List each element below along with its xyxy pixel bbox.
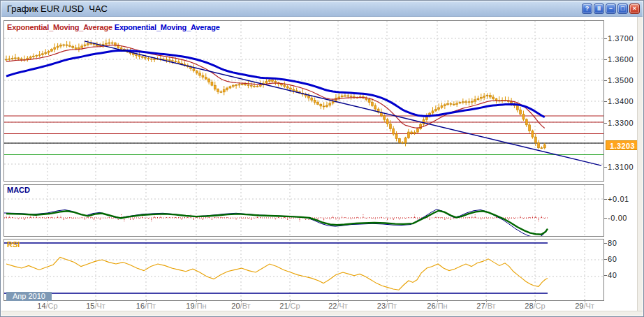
date-label: 16/Пт (124, 302, 168, 310)
date-label: 21/Ср (268, 302, 312, 310)
title-bar[interactable]: График EUR /USD ЧАС ?II−□× (1, 1, 643, 17)
rsi-canvas (4, 239, 603, 300)
current-price-badge: 1.3203 (606, 140, 639, 150)
macd-pane-label: MACD (7, 186, 30, 194)
rsi-tick-label: 40 (608, 271, 617, 279)
window-controls: ?II−□× (582, 3, 640, 14)
close-button[interactable]: × (629, 3, 640, 14)
price-tick-label: 1.3700 (608, 34, 634, 43)
legend-ema-red: Exponential_Moving_Average (7, 23, 112, 31)
bottom-edge-strip (1, 311, 643, 316)
macd-tick-label: -0.00 (608, 214, 627, 222)
price-tick-label: 1.3300 (608, 119, 634, 127)
macd-panel[interactable] (3, 184, 604, 237)
price-chart-canvas (4, 21, 603, 181)
pause-button[interactable]: II (594, 3, 604, 14)
month-label: Апр 2010 (6, 292, 52, 301)
legend-ema-blue: Exponential_Moving_Average (115, 23, 220, 31)
restore-button[interactable]: □ (617, 3, 628, 14)
help-button[interactable]: ? (582, 3, 592, 14)
price-tick-label: 1.3600 (608, 55, 634, 64)
date-label: 20/Вт (219, 302, 263, 310)
date-label: 27/Вт (464, 302, 508, 310)
date-label: 28/Ср (513, 302, 557, 310)
date-label: 14/Ср (25, 302, 70, 310)
price-tick-label: 1.3100 (608, 163, 634, 171)
indicator-legend: Exponential_Moving_Average Exponential_M… (7, 23, 220, 31)
chart-window: График EUR /USD ЧАС ?II−□× Exponential_M… (0, 0, 644, 317)
date-label: 22/Чт (316, 302, 360, 310)
date-label: 23/Пт (365, 302, 409, 310)
date-label: 29/Чт (562, 302, 607, 310)
macd-tick-label: +0.01 (608, 195, 629, 203)
price-tick-label: 1.3400 (608, 97, 634, 105)
rsi-pane-label: RSI (7, 240, 20, 249)
rsi-panel[interactable] (3, 239, 604, 301)
date-label: 26/Пн (415, 302, 460, 310)
price-tick-label: 1.3500 (608, 76, 634, 84)
price-chart-panel[interactable] (3, 20, 604, 182)
macd-canvas (4, 185, 603, 236)
date-label: 19/Пн (174, 302, 219, 310)
minimize-button[interactable]: − (606, 3, 616, 14)
rsi-tick-label: 80 (608, 239, 617, 247)
rsi-tick-label: 60 (608, 255, 617, 263)
right-edge-strip (637, 17, 643, 316)
window-title: График EUR /USD ЧАС (7, 1, 108, 16)
date-label: 15/Чт (73, 302, 118, 310)
